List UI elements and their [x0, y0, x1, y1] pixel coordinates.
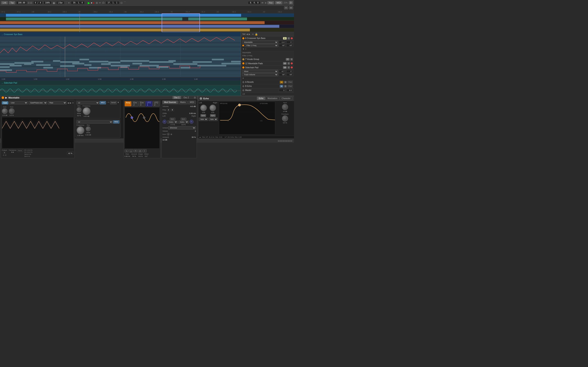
- echo-filter-res-val[interactable]: 0.03: [219, 136, 222, 138]
- input-db-val[interactable]: 14 dB: [163, 139, 167, 141]
- env3-tab[interactable]: Env 3: [139, 101, 145, 106]
- wavetable-select[interactable]: Wavetable: [242, 41, 278, 44]
- filter1-select[interactable]: 12: [77, 101, 99, 104]
- amp-tab[interactable]: Amp: [125, 101, 132, 106]
- track-12-s-button[interactable]: S: [287, 62, 290, 65]
- track-12-r-button[interactable]: [291, 62, 293, 64]
- wavetable-osc1-tab[interactable]: Osc 1: [173, 96, 181, 99]
- echo-right-knob[interactable]: [209, 105, 216, 111]
- tri-shape-btn[interactable]: △: [129, 149, 133, 152]
- character-tab[interactable]: Character: [280, 97, 292, 100]
- none-label[interactable]: None: [17, 149, 23, 152]
- f1-freq-knob[interactable]: [83, 107, 90, 115]
- mixer-select[interactable]: Mixer: [242, 70, 278, 73]
- position-display[interactable]: 39. 1. 4: [71, 1, 85, 4]
- lfo1-tab[interactable]: LFO 1: [146, 101, 152, 106]
- lfo2-tab[interactable]: LFO 2: [153, 101, 159, 106]
- track-12-num[interactable]: 12: [283, 62, 287, 65]
- echo-filter-lp-res-val[interactable]: 0.00: [238, 136, 242, 138]
- echo-left-notes[interactable]: Notes: [199, 118, 208, 121]
- expand-up-icon[interactable]: +: [245, 48, 246, 50]
- amount-val[interactable]: 30 %: [191, 136, 196, 138]
- midi-button[interactable]: MIDI: [275, 1, 282, 4]
- sine-shape-btn[interactable]: ∿: [125, 149, 129, 152]
- bpm-display[interactable]: 100.00: [16, 1, 26, 4]
- poly-mode[interactable]: B: [171, 108, 174, 111]
- key-button[interactable]: Key: [268, 1, 274, 4]
- modulation-tab[interactable]: Modulation: [266, 97, 279, 100]
- add-automation-icon[interactable]: +: [242, 76, 244, 80]
- glide-val[interactable]: 0.00 ms: [189, 112, 196, 114]
- ramp-shape-btn[interactable]: ⌇: [143, 149, 147, 152]
- notes-select-left[interactable]: Notes: [167, 120, 178, 124]
- sub-tab[interactable]: Sub: [2, 101, 8, 104]
- unison-select[interactable]: Shimmer: [168, 126, 196, 129]
- raw-select[interactable]: Raw: [48, 101, 67, 104]
- midi-tab[interactable]: MIDI: [188, 100, 196, 104]
- master-pan[interactable]: 6.0: [286, 89, 293, 92]
- echo-right-sync-btn[interactable]: Sync: [210, 114, 216, 117]
- ms2-tab2[interactable]: MS2: [113, 120, 120, 124]
- matrix-tab[interactable]: Matrix: [178, 100, 188, 104]
- osc-next-icon[interactable]: ▶: [70, 102, 71, 104]
- follow-label[interactable]: 1 Bar: [56, 1, 64, 4]
- filter2-select[interactable]: 12: [77, 120, 113, 124]
- settings-icon[interactable]: ⚙: [194, 96, 196, 99]
- track-7-s-button[interactable]: S: [290, 58, 293, 60]
- piano-roll[interactable]: [0, 37, 241, 77]
- gain-knob[interactable]: [2, 108, 8, 114]
- osc-menu-icon[interactable]: ≡: [72, 101, 74, 104]
- f1-res-knob[interactable]: [77, 107, 81, 112]
- saw-shape-btn[interactable]: ⋀: [138, 149, 142, 152]
- record-button[interactable]: ●: [93, 1, 94, 4]
- return-a-s[interactable]: S: [284, 81, 287, 83]
- wavetable-osc2-tab[interactable]: Osc 2: [182, 96, 190, 99]
- echo-left-knob[interactable]: [200, 105, 207, 111]
- zoom-pct[interactable]: 100%: [44, 1, 52, 4]
- return-b-post[interactable]: Post: [287, 85, 293, 87]
- mod-sources-tab[interactable]: Mod Sources: [162, 100, 178, 104]
- mixer-vol[interactable]: -4.7: [279, 70, 285, 73]
- voices-val[interactable]: 3: [195, 130, 196, 132]
- octave-minus[interactable]: -1 -2: [2, 154, 6, 156]
- echo-filter-hp-val[interactable]: 81.8 Hz: [209, 136, 215, 138]
- square-shape-btn[interactable]: ⊓: [134, 149, 138, 152]
- wave-select[interactable]: SawPhase.wav: [29, 101, 47, 104]
- expand-down-icon[interactable]: ▼: [242, 48, 244, 50]
- return-b-s[interactable]: S: [284, 85, 287, 87]
- track-vol-select[interactable]: Track Volume: [242, 73, 278, 76]
- echo-left-sync-btn[interactable]: Sync: [200, 114, 206, 117]
- echo-feedback-knob[interactable]: [282, 115, 288, 122]
- track-7-num[interactable]: 7: [286, 58, 290, 60]
- osc-prev-icon[interactable]: ◀: [67, 102, 69, 104]
- f2-res-knob[interactable]: [86, 126, 91, 131]
- track-13-r-button[interactable]: [291, 67, 293, 68]
- wavetable-power[interactable]: [2, 96, 4, 99]
- time-sig[interactable]: 4 / 4: [34, 1, 43, 4]
- pencil-icon2[interactable]: ✏: [261, 1, 264, 4]
- sync-btn-left[interactable]: Sync: [170, 118, 175, 120]
- filter-freq-select[interactable]: Filter 1 Freq: [245, 44, 278, 47]
- track-6-r-button[interactable]: [291, 37, 293, 39]
- loop-display[interactable]: 37. 1. 1: [106, 1, 119, 4]
- octave-val[interactable]: 0: [3, 151, 6, 154]
- notes-select-right[interactable]: Notes: [178, 120, 189, 124]
- filter1-serial-label[interactable]: Serial: [110, 101, 117, 104]
- tap-button[interactable]: Tap: [9, 1, 15, 4]
- d-button[interactable]: D: [289, 1, 293, 4]
- return-a-post[interactable]: Post: [287, 81, 293, 83]
- poly-val[interactable]: 8: [167, 108, 170, 111]
- user-select[interactable]: User: [9, 101, 28, 104]
- filter1-arrow[interactable]: ▼: [117, 101, 120, 104]
- echo-right-notes[interactable]: Notes: [209, 118, 218, 121]
- arrow-right-icon[interactable]: ▶: [249, 33, 250, 35]
- track-13-num[interactable]: 13: [283, 66, 287, 69]
- pencil-icon[interactable]: ✏: [99, 1, 101, 4]
- wavetable-pan[interactable]: C: [286, 41, 293, 44]
- f2-freq-knob[interactable]: [77, 126, 84, 134]
- return-b-btn[interactable]: B: [280, 85, 283, 88]
- return-a-btn[interactable]: A: [280, 81, 283, 83]
- osc-percent[interactable]: 42 %: [67, 152, 74, 155]
- echo-tab[interactable]: Echo: [257, 97, 265, 100]
- link-button[interactable]: Link: [1, 1, 8, 4]
